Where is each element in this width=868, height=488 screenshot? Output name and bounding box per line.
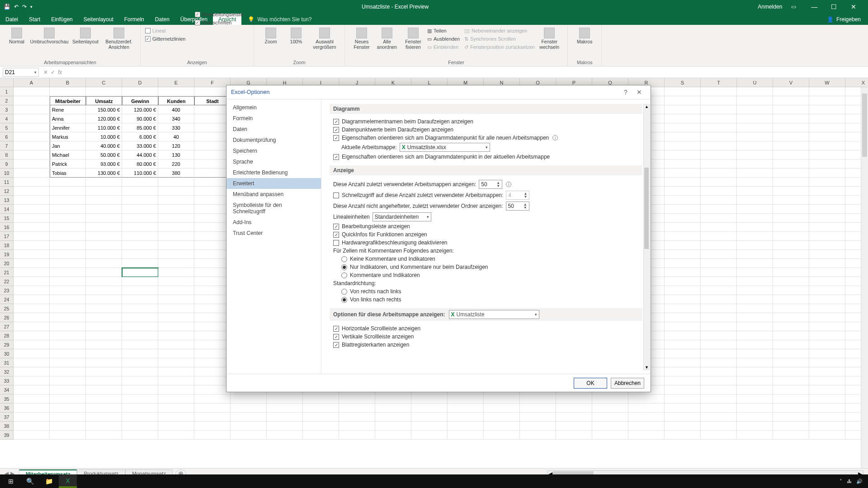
cell[interactable]	[267, 422, 303, 431]
cell[interactable]	[773, 141, 809, 150]
cell[interactable]	[737, 178, 773, 187]
cell[interactable]	[809, 277, 845, 286]
row-header[interactable]: 20	[0, 259, 14, 268]
cell[interactable]: 33.000 €	[122, 141, 158, 150]
row-header[interactable]: 23	[0, 286, 14, 295]
cell[interactable]	[701, 413, 737, 422]
cell[interactable]	[737, 404, 773, 413]
cell[interactable]	[556, 394, 592, 404]
maximize-icon[interactable]: ☐	[825, 3, 843, 10]
cell[interactable]	[701, 223, 737, 232]
cell[interactable]	[194, 349, 231, 358]
cell[interactable]	[809, 376, 845, 385]
cell[interactable]	[303, 404, 339, 413]
cell[interactable]	[86, 367, 122, 376]
cell[interactable]	[773, 394, 809, 404]
cell[interactable]	[158, 196, 194, 205]
cell[interactable]	[737, 331, 773, 340]
start-button[interactable]: ⊞	[2, 475, 20, 488]
cell[interactable]	[809, 205, 845, 214]
cell[interactable]: 110.000 €	[86, 123, 122, 132]
cat-addins[interactable]: Add-Ins	[226, 217, 321, 228]
cell[interactable]	[122, 385, 158, 394]
cell[interactable]	[484, 422, 520, 431]
cell[interactable]	[484, 431, 520, 440]
cell[interactable]	[773, 422, 809, 431]
cell[interactable]	[773, 413, 809, 422]
cell[interactable]: Kunden	[158, 96, 194, 105]
row-header[interactable]: 38	[0, 422, 14, 431]
cell[interactable]	[701, 232, 737, 241]
view-normal-button[interactable]: Normal	[5, 27, 29, 46]
cell[interactable]	[773, 268, 809, 277]
cell[interactable]	[194, 178, 231, 187]
signin-link[interactable]: Anmelden	[758, 4, 782, 10]
cell[interactable]	[809, 214, 845, 223]
cell[interactable]	[773, 132, 809, 141]
cell[interactable]	[665, 205, 701, 214]
cell[interactable]	[122, 422, 158, 431]
cell[interactable]	[665, 286, 701, 295]
cell[interactable]	[701, 132, 737, 141]
cell[interactable]	[267, 413, 303, 422]
row-header[interactable]: 15	[0, 214, 14, 223]
cell[interactable]	[701, 250, 737, 259]
row-header[interactable]: 10	[0, 169, 14, 178]
cat-formulas[interactable]: Formeln	[226, 113, 321, 124]
cell[interactable]	[122, 404, 158, 413]
cell[interactable]	[14, 394, 50, 404]
cell[interactable]: Markus	[50, 132, 86, 141]
cancel-button[interactable]: Abbrechen	[611, 378, 644, 389]
cell[interactable]	[484, 404, 520, 413]
cell[interactable]	[194, 313, 231, 322]
cell[interactable]	[122, 223, 158, 232]
cell[interactable]	[665, 385, 701, 394]
cell[interactable]	[86, 394, 122, 404]
view-pagebreak-button[interactable]: Umbruchvorschau	[30, 27, 69, 46]
cell[interactable]	[14, 123, 50, 132]
cell[interactable]	[158, 331, 194, 340]
cell[interactable]	[701, 178, 737, 187]
cell[interactable]	[158, 205, 194, 214]
cell[interactable]	[665, 123, 701, 132]
dialog-help-icon[interactable]: ?	[619, 89, 632, 96]
cell[interactable]	[809, 132, 845, 141]
freeze-panes-button[interactable]: Fenster fixieren	[400, 27, 426, 51]
cell[interactable]	[14, 322, 50, 331]
cell[interactable]	[50, 331, 86, 340]
cell[interactable]: 120	[158, 141, 194, 150]
cell[interactable]	[809, 114, 845, 123]
cell[interactable]: Michael	[50, 150, 86, 160]
cell[interactable]	[14, 268, 50, 277]
cell[interactable]	[701, 205, 737, 214]
cell[interactable]	[122, 277, 158, 286]
cell[interactable]: Umsatz	[86, 96, 122, 105]
cell[interactable]	[665, 367, 701, 376]
cell[interactable]	[122, 286, 158, 295]
cell[interactable]	[701, 87, 737, 96]
cell[interactable]	[50, 187, 86, 196]
cell[interactable]: Jan	[50, 141, 86, 150]
cell[interactable]	[50, 87, 86, 96]
cell[interactable]	[86, 313, 122, 322]
cell[interactable]: 330	[158, 123, 194, 132]
cell[interactable]	[14, 349, 50, 358]
cell[interactable]	[158, 413, 194, 422]
cell[interactable]	[303, 422, 339, 431]
cell[interactable]	[267, 404, 303, 413]
col-header[interactable]: C	[86, 78, 122, 87]
cell[interactable]: Rene	[50, 105, 86, 114]
cell[interactable]	[86, 422, 122, 431]
cell[interactable]	[158, 187, 194, 196]
cell[interactable]	[122, 178, 158, 187]
cell[interactable]	[665, 105, 701, 114]
save-icon[interactable]: 💾	[4, 4, 10, 10]
cell[interactable]	[701, 376, 737, 385]
cell[interactable]	[86, 214, 122, 223]
cell[interactable]	[701, 196, 737, 205]
cell[interactable]	[701, 96, 737, 105]
cell[interactable]	[194, 259, 231, 268]
cell[interactable]	[375, 431, 411, 440]
cell[interactable]	[665, 295, 701, 304]
row-header[interactable]: 33	[0, 376, 14, 385]
